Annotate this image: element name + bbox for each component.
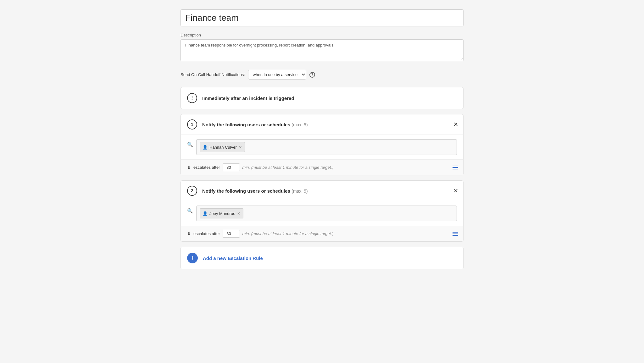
user-tag-2-0: 👤 Joey Mandros ✕: [200, 208, 243, 218]
handoff-label: Send On-Call Handoff Notifications:: [180, 72, 245, 77]
form-container: Description Finance team responsible for…: [180, 9, 464, 269]
notify-text-1: Notify the following users or schedules …: [202, 122, 308, 127]
handoff-row: Send On-Call Handoff Notifications: alwa…: [180, 70, 464, 80]
trigger-row: ! Immediately after an incident is trigg…: [180, 87, 464, 109]
escalates-arrow-1: ⬇: [187, 165, 191, 170]
escalates-note-1: min. (must be at least 1 minute for a si…: [242, 165, 334, 170]
title-input[interactable]: [180, 9, 464, 26]
escalates-row-2: ⬇ escalates after min. (must be at least…: [181, 226, 463, 241]
escalates-label-1: escalates after: [193, 165, 220, 170]
escalation-card-1: 1 Notify the following users or schedule…: [180, 114, 464, 175]
handoff-select[interactable]: always when in use by a service never: [248, 70, 306, 80]
remove-rule-2-button[interactable]: ✕: [453, 188, 458, 194]
user-icon-2-0: 👤: [203, 211, 208, 216]
search-icon-2: 🔍: [187, 208, 193, 214]
hamburger-icon-2: [452, 232, 458, 236]
escalates-note-2: min. (must be at least 1 minute for a si…: [242, 231, 334, 236]
help-icon[interactable]: ?: [309, 72, 315, 78]
add-rule-row[interactable]: + Add a new Escalation Rule: [180, 247, 464, 269]
search-icon-1: 🔍: [187, 142, 193, 147]
trigger-text: Immediately after an incident is trigger…: [202, 96, 294, 101]
escalation-header-1: 1 Notify the following users or schedule…: [181, 114, 463, 135]
description-label: Description: [180, 33, 464, 37]
description-section: Description Finance team responsible for…: [180, 33, 464, 62]
remove-rule-1-button[interactable]: ✕: [453, 122, 458, 127]
trigger-badge: !: [187, 93, 197, 103]
minutes-input-1[interactable]: [223, 163, 240, 171]
notify-text-2: Notify the following users or schedules …: [202, 188, 308, 194]
step-badge-1: 1: [187, 119, 197, 129]
remove-tag-2-0[interactable]: ✕: [237, 212, 241, 216]
user-search-area-2: 🔍 👤 Joey Mandros ✕: [181, 201, 463, 226]
reorder-btn-1[interactable]: [452, 166, 458, 169]
minutes-input-2[interactable]: [223, 230, 240, 238]
user-tag-1-0: 👤 Hannah Culver ✕: [200, 142, 245, 152]
hamburger-icon-1: [452, 166, 458, 169]
description-textarea[interactable]: Finance team responsible for overnight p…: [180, 39, 464, 61]
user-tags-input-1[interactable]: 👤 Hannah Culver ✕: [196, 139, 457, 155]
add-rule-button[interactable]: +: [187, 253, 198, 263]
remove-tag-1-0[interactable]: ✕: [239, 145, 242, 149]
user-tags-input-2[interactable]: 👤 Joey Mandros ✕: [196, 206, 457, 221]
user-icon-1-0: 👤: [203, 145, 208, 150]
escalates-row-1: ⬇ escalates after min. (must be at least…: [181, 159, 463, 175]
step-badge-2: 2: [187, 186, 197, 196]
escalation-header-2: 2 Notify the following users or schedule…: [181, 181, 463, 201]
escalates-arrow-2: ⬇: [187, 231, 191, 236]
add-rule-text: Add a new Escalation Rule: [203, 256, 263, 261]
escalation-card-2: 2 Notify the following users or schedule…: [180, 180, 464, 242]
escalates-label-2: escalates after: [193, 231, 220, 236]
reorder-btn-2[interactable]: [452, 232, 458, 236]
user-search-area-1: 🔍 👤 Hannah Culver ✕: [181, 135, 463, 159]
